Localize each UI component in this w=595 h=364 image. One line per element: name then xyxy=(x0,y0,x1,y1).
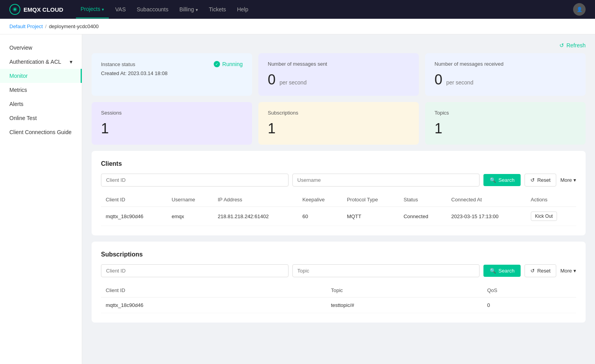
subscriptions-search-button[interactable]: 🔍 Search xyxy=(483,265,521,277)
topics-title: Topics xyxy=(435,110,576,116)
clients-search-row: 🔍 Search ↺ Reset More ▾ xyxy=(101,174,576,186)
sessions-title: Sessions xyxy=(101,110,243,116)
topnav-right: 👤 xyxy=(573,3,586,16)
col-username: Username xyxy=(167,193,213,207)
instance-created: Created At: 2023.03.14 18:08 xyxy=(101,70,243,76)
top-navigation: EMQX CLOUD Projects VAS Subaccounts Bill… xyxy=(0,0,595,19)
actions-cell: Kick Out xyxy=(526,207,576,226)
subscriptions-table: Client ID Topic QoS mqttx_18c90d46 testt… xyxy=(101,283,576,313)
breadcrumb: Default Project / deployment-ycdc0400 xyxy=(0,19,595,34)
nav-tickets[interactable]: Tickets xyxy=(204,1,231,18)
subscriptions-client-id-input[interactable] xyxy=(101,264,288,277)
sidebar-item-metrics[interactable]: Metrics xyxy=(0,83,82,97)
stat-sent: Number of messages sent 0 per second xyxy=(258,53,419,96)
subscriptions-topic-input[interactable] xyxy=(292,264,480,277)
subscriptions-section: Subscriptions 🔍 Search ↺ Reset More ▾ xyxy=(92,242,586,323)
col-connected-at: Connected At xyxy=(447,193,526,207)
keepalive-cell: 60 xyxy=(298,207,342,226)
stats-row-2: Sessions 1 Subscriptions 1 Topics 1 xyxy=(92,102,586,145)
sent-title: Number of messages sent xyxy=(268,61,409,67)
sidebar-item-alerts[interactable]: Alerts xyxy=(0,97,82,111)
kick-out-button[interactable]: Kick Out xyxy=(531,212,557,221)
subscriptions-title: Subscriptions xyxy=(268,110,409,116)
username-cell: emqx xyxy=(167,207,213,226)
projects-chevron-icon xyxy=(102,6,104,12)
sub-col-client-id: Client ID xyxy=(101,283,326,298)
subscriptions-table-header: Client ID Topic QoS xyxy=(101,283,576,298)
more-chevron-icon: ▾ xyxy=(573,177,576,183)
nav-billing[interactable]: Billing xyxy=(175,1,202,18)
received-title: Number of messages received xyxy=(435,61,576,67)
clients-more-button[interactable]: More ▾ xyxy=(560,177,576,183)
col-protocol-type: Protocol Type xyxy=(342,193,399,207)
clients-username-input[interactable] xyxy=(292,174,480,186)
sidebar-item-connections-guide[interactable]: Client Connections Guide xyxy=(0,125,82,139)
running-check-icon: ✓ xyxy=(214,61,220,67)
clients-reset-button[interactable]: ↺ Reset xyxy=(525,174,556,186)
status-cell: Connected xyxy=(399,207,447,226)
clients-client-id-input[interactable] xyxy=(101,174,288,186)
subscriptions-value: 1 xyxy=(268,120,409,137)
clients-table: Client ID Username IP Address Keepalive … xyxy=(101,193,576,226)
sidebar-item-monitor[interactable]: Monitor xyxy=(0,69,82,83)
breadcrumb-separator: / xyxy=(45,23,47,29)
sub-col-qos: QoS xyxy=(482,283,576,298)
protocol-type-cell: MQTT xyxy=(342,207,399,226)
refresh-button[interactable]: ↺ Refresh xyxy=(559,42,586,48)
nav-subaccounts[interactable]: Subaccounts xyxy=(132,1,173,18)
received-value-row: 0 per second xyxy=(435,72,576,88)
client-id-cell[interactable]: mqttx_18c90d46 xyxy=(101,207,167,226)
stat-sessions: Sessions 1 xyxy=(92,102,252,145)
connected-at-cell: 2023-03-15 17:13:00 xyxy=(447,207,526,226)
sub-col-topic: Topic xyxy=(326,283,482,298)
table-row: mqttx_18c90d46 emqx 218.81.218.242:61402… xyxy=(101,207,576,226)
sub-qos-cell: 0 xyxy=(482,298,576,313)
subscriptions-more-button[interactable]: More ▾ xyxy=(560,268,576,274)
main-layout: Overview Authentication & ACL ▾ Monitor … xyxy=(0,34,595,364)
breadcrumb-parent[interactable]: Default Project xyxy=(9,23,43,29)
search-icon: 🔍 xyxy=(490,177,496,183)
col-ip-address: IP Address xyxy=(213,193,298,207)
received-unit: per second xyxy=(446,79,473,86)
billing-chevron-icon xyxy=(196,6,198,13)
col-client-id: Client ID xyxy=(101,193,167,207)
subscriptions-reset-button[interactable]: ↺ Reset xyxy=(525,264,556,277)
clients-section: Clients 🔍 Search ↺ Reset More ▾ xyxy=(92,151,586,235)
sidebar-item-overview[interactable]: Overview xyxy=(0,41,82,55)
sent-unit: per second xyxy=(279,79,307,86)
stat-topics: Topics 1 xyxy=(425,102,586,145)
stat-received: Number of messages received 0 per second xyxy=(425,53,586,96)
nav-vas[interactable]: VAS xyxy=(110,1,130,18)
refresh-icon: ↺ xyxy=(559,42,564,48)
sub-client-id-cell: mqttx_18c90d46 xyxy=(101,298,326,313)
topics-value: 1 xyxy=(435,120,576,137)
stat-subscriptions: Subscriptions 1 xyxy=(258,102,419,145)
sidebar-item-online-test[interactable]: Online Test xyxy=(0,111,82,125)
subscriptions-section-title: Subscriptions xyxy=(101,251,576,258)
instance-status: ✓ Running xyxy=(214,61,243,67)
sessions-value: 1 xyxy=(101,120,243,137)
sent-value: 0 xyxy=(268,72,276,88)
sub-topic-cell: testtopic/# xyxy=(326,298,482,313)
subscriptions-search-row: 🔍 Search ↺ Reset More ▾ xyxy=(101,264,576,277)
nav-links: Projects VAS Subaccounts Billing Tickets… xyxy=(76,0,573,18)
clients-table-header: Client ID Username IP Address Keepalive … xyxy=(101,193,576,207)
nav-help[interactable]: Help xyxy=(232,1,253,18)
instance-title: Instance status xyxy=(101,61,135,67)
breadcrumb-current: deployment-ycdc0400 xyxy=(49,23,99,29)
col-keepalive: Keepalive xyxy=(298,193,342,207)
clients-section-title: Clients xyxy=(101,160,576,167)
sidebar-item-auth-acl[interactable]: Authentication & ACL ▾ xyxy=(0,55,82,69)
clients-search-button[interactable]: 🔍 Search xyxy=(483,174,521,186)
ip-address-cell: 218.81.218.242:61402 xyxy=(213,207,298,226)
sent-value-row: 0 per second xyxy=(268,72,409,88)
stat-instance: Instance status ✓ Running Created At: 20… xyxy=(92,53,252,96)
auth-chevron-icon: ▾ xyxy=(70,59,72,65)
nav-projects[interactable]: Projects xyxy=(76,0,109,18)
col-status: Status xyxy=(399,193,447,207)
user-avatar[interactable]: 👤 xyxy=(573,3,586,16)
refresh-bar: ↺ Refresh xyxy=(92,42,586,48)
reset-icon: ↺ xyxy=(530,177,535,183)
reset-icon-sub: ↺ xyxy=(530,268,535,274)
svg-point-2 xyxy=(14,8,16,11)
